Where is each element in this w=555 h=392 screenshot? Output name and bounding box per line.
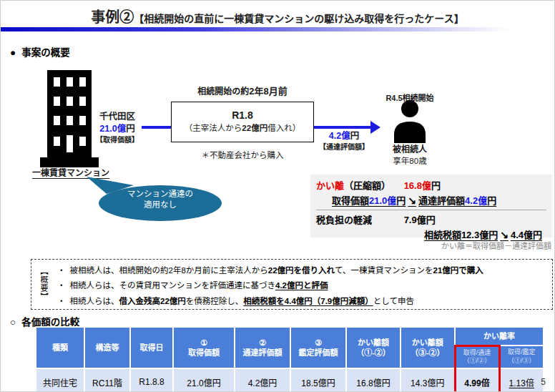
event-date: R1.8 (172, 108, 313, 122)
event-detail: （主宰法人から22億円借入れ） (172, 122, 313, 134)
cell-type: 共同住宅 (36, 368, 84, 392)
page-title: 事例②【相続開始の直前に一棟賃貸マンションの駆け込み取得を行ったケース】 (1, 6, 554, 26)
valuation-amount: 4.2億円 (314, 130, 374, 142)
timeline-label: 相続開始の約2年8月前 (171, 84, 314, 97)
decedent-age: 享年80歳 (375, 156, 445, 167)
col-header-kairi-3-2: かい離額（③-②） (401, 327, 455, 368)
col-header-kairi-1-2: かい離額（①-②） (346, 327, 401, 368)
comparison-table: 種類 構造等 取得日 ①取得価額 ②通達評価額 ③鑑定評価額 かい離額（①-②）… (35, 326, 544, 392)
divergence-detail-line: 取得価額21.0億円↘通達評価額4.2億円 (332, 193, 546, 207)
cell-kantei: 18.5億円 (290, 368, 346, 392)
col-header-ratio-kantei: 取得/鑑定（①/③） (499, 346, 544, 368)
col-header-kantei: ③鑑定評価額 (290, 327, 346, 368)
cell-kairi-1-2: 16.8億円 (346, 368, 401, 392)
tax-reduction-line: 税負担の軽減 7.9億円 (316, 212, 546, 226)
table-row: 共同住宅 RC11階 R1.8.8 21.0億円 4.2億円 18.5億円 16… (36, 368, 544, 392)
acquisition-amount: 21.0億円 (91, 123, 144, 135)
valuation-block: 4.2億円 【通達評価額】 (314, 130, 374, 152)
col-header-date: 取得日 (130, 327, 173, 368)
down-right-arrow-icon: ↘ (406, 195, 418, 206)
cell-kairi-3-2: 14.3億円 (401, 368, 455, 392)
speech-bubble: マンション通達の 適用なし (85, 175, 230, 222)
col-header-type: 種類 (36, 327, 84, 368)
decedent-label: 被相続人 (375, 144, 445, 156)
bubble-text: マンション通達の 適用なし (99, 189, 221, 210)
divergence-formula-note: かい離＝取得価額－通達評価額 (315, 240, 551, 251)
divergence-line: かい離（圧縮額） 16.8億円 (316, 178, 546, 192)
case-description: 【相続開始の直前に一棟賃貸マンションの駆け込み取得を行ったケース】 (134, 13, 463, 24)
section-heading-overview: ●事案の概要 (10, 44, 70, 59)
divergence-summary-box: かい離（圧縮額） 16.8億円 取得価額21.0億円↘通達評価額4.2億円 税負… (310, 175, 552, 237)
hollow-bullet-icon: ○ (10, 317, 16, 328)
col-header-acquisition: ①取得価額 (173, 327, 235, 368)
overview-bullet-3: ・相続人らは、借入金残高22億円を債務控除し、相続税額を4.4億円（7.9億円減… (57, 294, 546, 309)
overview-vertical-label: 【概要】 (38, 267, 49, 304)
event-note: ＊不動産会社から購入 (181, 149, 304, 160)
section-heading-text: 事案の概要 (21, 47, 70, 58)
slide: 事例②【相続開始の直前に一棟賃貸マンションの駆け込み取得を行ったケース】 ●事案… (0, 0, 555, 392)
col-header-tsutatsu: ②通達評価額 (235, 327, 290, 368)
filled-bullet-icon: ● (10, 47, 16, 58)
col-header-structure: 構造等 (84, 327, 130, 368)
cell-acquisition: 21.0億円 (173, 368, 235, 392)
acquisition-caption: 【取得価額】 (91, 135, 144, 145)
case-overview-box: 【概要】 ・被相続人は、相続開始の約2年8か月前に主宰法人から22億円を借り入れ… (31, 259, 553, 310)
summary-divider (316, 210, 546, 210)
case-number: 事例② (91, 9, 134, 25)
cell-date: R1.8.8 (130, 368, 173, 392)
valuation-caption: 【通達評価額】 (314, 142, 374, 152)
title-divider (1, 27, 554, 31)
down-right-arrow-icon: ↘ (498, 229, 511, 240)
location-label: 千代田区 (91, 111, 144, 123)
cell-tsutatsu: 4.2億円 (235, 368, 290, 392)
col-header-ratio-tsutatsu: 取得/通達（①/②） (455, 346, 499, 368)
col-header-ratio: かい離率 (455, 327, 544, 346)
overview-bullet-2: ・相続人らは、その賃貸用マンションを評価通達に基づき4.2億円と評価 (57, 278, 546, 293)
page-number: 5 (541, 377, 546, 387)
person-icon (391, 100, 428, 146)
acquisition-price-block: 千代田区 21.0億円 【取得価額】 (91, 111, 144, 144)
overview-bullet-1: ・被相続人は、相続開始の約2年8か月前に主宰法人から22億円を借り入れて、一棟賃… (57, 263, 546, 278)
decedent-labels: 被相続人 享年80歳 (375, 144, 445, 167)
loan-event-box: R1.8 （主宰法人から22億円借入れ） (171, 102, 314, 142)
cell-ratio-kantei: 1.13倍 (499, 368, 544, 392)
cell-ratio-tsutatsu-highlighted: 4.99倍 (455, 368, 499, 392)
cell-structure: RC11階 (84, 368, 130, 392)
